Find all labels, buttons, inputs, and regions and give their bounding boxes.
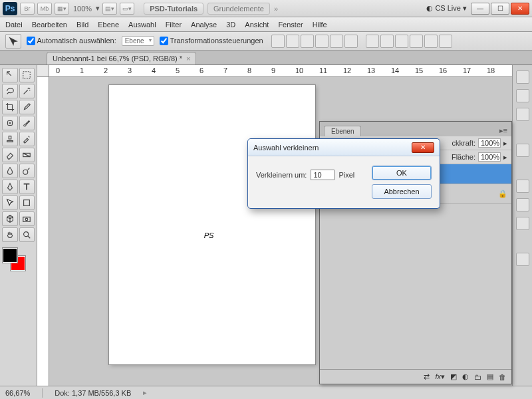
layer-group-icon[interactable]: 🗀 [474, 373, 481, 381]
panel-menu-icon[interactable]: ▸≡ [498, 125, 509, 136]
dodge-tool[interactable] [19, 164, 35, 178]
menu-bild[interactable]: Bild [76, 21, 88, 29]
align-button[interactable] [301, 35, 314, 48]
dialog-close-button[interactable]: ✕ [412, 142, 434, 153]
color-swatches[interactable] [2, 247, 29, 274]
view-extras-button[interactable]: ▦▾ [55, 3, 69, 15]
transform-controls-checkbox[interactable]: Transformationssteuerungen [160, 37, 263, 46]
character-panel-icon[interactable] [516, 180, 529, 193]
auto-select-target[interactable]: Ebene [122, 36, 154, 46]
layer-fx-icon[interactable]: fx▾ [435, 372, 445, 381]
distribute-button[interactable] [424, 35, 438, 48]
blur-tool[interactable] [2, 164, 18, 178]
marquee-tool[interactable] [19, 68, 35, 82]
menu-bar: Datei Bearbeiten Bild Ebene Auswahl Filt… [0, 17, 532, 32]
window-minimize-button[interactable]: — [471, 3, 489, 15]
new-layer-icon[interactable]: ▤ [487, 372, 493, 381]
svg-text:PS: PS [204, 231, 214, 239]
cslive-indicator[interactable]: ◐ CS Live ▾ [426, 4, 467, 13]
delete-layer-icon[interactable]: 🗑 [499, 373, 506, 381]
distribute-button[interactable] [366, 35, 379, 48]
ok-button[interactable]: OK [372, 166, 432, 180]
workspace-more-icon[interactable]: » [274, 5, 278, 13]
distribute-button[interactable] [380, 35, 394, 48]
canvas-page[interactable]: PS [109, 85, 315, 364]
align-button[interactable] [286, 35, 299, 48]
opacity-label: ckkraft: [452, 139, 475, 147]
zoom-preset[interactable]: 100% [73, 5, 92, 13]
eyedropper-tool[interactable] [19, 100, 35, 114]
contract-by-label: Verkleinern um: [256, 171, 307, 179]
distribute-button[interactable] [439, 35, 452, 48]
window-maximize-button[interactable]: ☐ [491, 3, 509, 15]
window-close-button[interactable]: ✕ [511, 3, 529, 15]
pen-tool[interactable] [2, 180, 18, 194]
menu-ansicht[interactable]: Ansicht [245, 21, 269, 29]
menu-filter[interactable]: Filter [166, 21, 182, 29]
current-tool-icon[interactable] [5, 34, 21, 49]
close-tab-icon[interactable]: × [186, 55, 190, 63]
auto-select-checkbox[interactable]: Automatisch auswählen: [27, 37, 116, 46]
link-layers-icon[interactable]: ⇄ [424, 372, 430, 381]
color-panel-icon[interactable] [516, 70, 529, 84]
actions-panel-icon[interactable] [516, 198, 529, 211]
menu-3d[interactable]: 3D [226, 21, 235, 29]
menu-datei[interactable]: Datei [5, 21, 23, 29]
wand-tool[interactable] [19, 84, 35, 98]
vertical-ruler [37, 77, 49, 386]
fill-value[interactable]: 100% [478, 152, 501, 162]
minibridge-button[interactable]: Mb [37, 3, 52, 15]
toolbox [0, 65, 37, 386]
align-button[interactable] [315, 35, 329, 48]
hand-tool[interactable] [2, 227, 18, 242]
shape-tool[interactable] [19, 196, 35, 210]
cancel-button[interactable]: Abbrechen [372, 184, 432, 199]
paragraph-panel-icon[interactable] [516, 108, 529, 121]
status-zoom[interactable]: 66,67% [5, 389, 30, 397]
camera-tool[interactable] [19, 211, 35, 226]
stamp-tool[interactable] [2, 132, 18, 146]
lasso-tool[interactable] [2, 84, 18, 98]
document-tab-bar: Unbenannt-1 bei 66,7% (PSD, RGB/8) * × [0, 51, 532, 65]
document-tab[interactable]: Unbenannt-1 bei 66,7% (PSD, RGB/8) * × [47, 52, 196, 65]
align-button[interactable] [271, 35, 285, 48]
brush-tool[interactable] [19, 116, 35, 130]
adjustment-layer-icon[interactable]: ◐ [462, 372, 469, 381]
arrange-button[interactable]: ▤▾ [102, 3, 117, 15]
lock-icon: 🔒 [498, 190, 507, 198]
heal-tool[interactable] [2, 116, 18, 130]
menu-fenster[interactable]: Fenster [278, 21, 303, 29]
workspace-other[interactable]: Grundelemente [207, 3, 270, 15]
workspace-active[interactable]: PSD-Tutorials [144, 3, 203, 15]
menu-ebene[interactable]: Ebene [98, 21, 119, 29]
swatches-panel-icon[interactable] [516, 89, 529, 102]
zoom-tool[interactable] [19, 227, 35, 242]
history-brush-tool[interactable] [19, 132, 35, 146]
kuler-panel-icon[interactable] [516, 217, 529, 230]
eraser-tool[interactable] [2, 148, 18, 162]
status-doc-info[interactable]: Dok: 1,37 MB/556,3 KB [55, 389, 131, 397]
3d-tool[interactable] [2, 211, 18, 226]
menu-bearbeiten[interactable]: Bearbeiten [32, 21, 67, 29]
screen-mode-button[interactable]: ▭▾ [120, 3, 134, 15]
bridge-button[interactable]: Br [20, 3, 35, 15]
menu-hilfe[interactable]: Hilfe [313, 21, 327, 29]
foreground-swatch[interactable] [2, 247, 18, 263]
styles-panel-icon[interactable] [516, 144, 529, 157]
align-button[interactable] [330, 35, 343, 48]
type-tool[interactable] [19, 180, 35, 194]
layers-tab[interactable]: Ebenen [324, 126, 361, 136]
distribute-button[interactable] [395, 35, 408, 48]
menu-analyse[interactable]: Analyse [191, 21, 217, 29]
layer-mask-icon[interactable]: ◩ [450, 372, 457, 381]
adjustments-panel-icon[interactable] [516, 253, 529, 266]
align-button[interactable] [344, 35, 358, 48]
contract-by-input[interactable] [311, 170, 334, 180]
menu-auswahl[interactable]: Auswahl [128, 21, 156, 29]
crop-tool[interactable] [2, 100, 18, 114]
gradient-tool[interactable] [19, 148, 35, 162]
opacity-value[interactable]: 100% [478, 138, 501, 148]
path-select-tool[interactable] [2, 196, 18, 210]
distribute-button[interactable] [410, 35, 423, 48]
move-tool[interactable] [2, 68, 18, 82]
